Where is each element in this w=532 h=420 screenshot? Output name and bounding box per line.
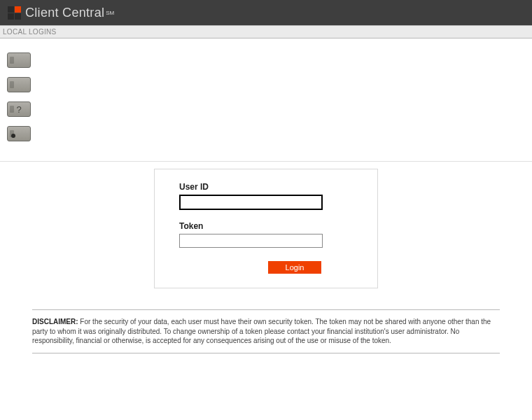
disclaimer-body: For the security of your data, each user… [32,318,491,344]
help-card-icon[interactable] [7,102,31,117]
login-card-icon-1[interactable] [7,52,31,68]
login-button[interactable]: Login [268,261,321,274]
login-form: User ID Token Login [154,169,378,288]
login-card-icon-2[interactable] [7,77,31,92]
password-card-icon[interactable] [7,126,31,141]
app-header: Client Central SM [0,0,532,25]
disclaimer-heading: DISCLAIMER: [32,318,78,326]
login-section: User ID Token Login [0,162,532,309]
subheader-label: LOCAL LOGINS [3,28,57,36]
subheader-bar: LOCAL LOGINS [0,25,532,38]
user-id-label: User ID [179,182,353,192]
token-input[interactable] [179,234,323,248]
brand-mark: SM [106,10,114,16]
disclaimer-text: DISCLAIMER: For the security of your dat… [32,310,500,353]
token-label: Token [179,221,353,231]
user-id-input[interactable] [179,195,323,210]
divider-bottom [32,353,500,354]
brand-logo-icon [7,6,21,20]
brand-name: Client Central [25,6,104,20]
local-logins-panel [0,38,532,162]
disclaimer-section: DISCLAIMER: For the security of your dat… [0,309,532,354]
